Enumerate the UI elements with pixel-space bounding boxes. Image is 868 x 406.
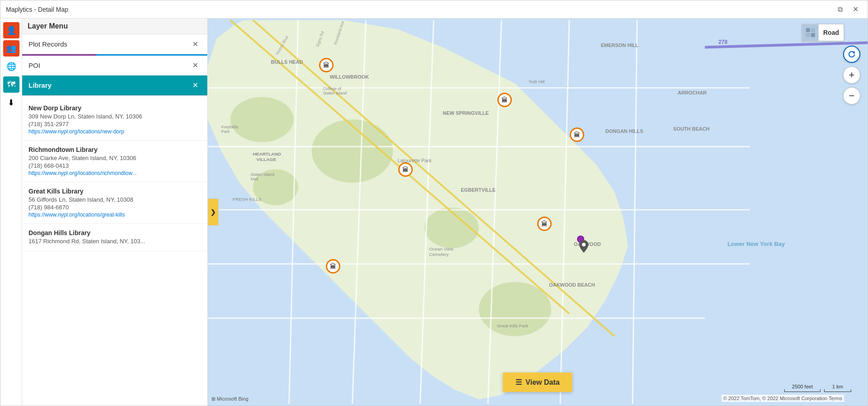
pin-icon (579, 240, 588, 253)
svg-text:FRESH KILLS: FRESH KILLS (233, 197, 262, 202)
poi-label: POI (29, 61, 40, 69)
svg-text:Mall: Mall (251, 177, 258, 181)
list-item: Great Kills Library 56 Giffords Ln, Stat… (22, 182, 207, 224)
svg-text:WILLOWBROOK: WILLOWBROOK (330, 74, 369, 80)
svg-text:DONGAN HILLS: DONGAN HILLS (606, 128, 643, 134)
list-item: Richmondtown Library 200 Clarke Ave, Sta… (22, 141, 207, 182)
svg-text:HEARTLAND: HEARTLAND (253, 151, 281, 156)
svg-text:EGBERTVILLE: EGBERTVILLE (461, 187, 496, 193)
scale-1km: 1 km (824, 384, 851, 392)
library-item-url[interactable]: https://www.nypl.org/locations/great-kil… (29, 212, 201, 218)
svg-text:278: 278 (718, 39, 727, 45)
scale-line-ft (784, 389, 820, 392)
bing-logo-text: Microsoft Bing (217, 396, 248, 401)
library-item-name: Great Kills Library (29, 188, 201, 195)
svg-text:College of: College of (323, 86, 342, 91)
poi-row: POI ✕ (22, 56, 207, 76)
list-item: New Dorp Library 309 New Dorp Ln, Staten… (22, 99, 207, 141)
svg-point-2 (230, 97, 294, 142)
icon-rail: 👤 👥 🌐 🗺 ⬇ (0, 19, 22, 406)
restore-button[interactable]: ⧉ (833, 3, 847, 16)
svg-text:Cemetery: Cemetery (429, 252, 448, 257)
plot-records-row: Plot Records ✕ (22, 34, 207, 54)
map-scale: 2500 feet 1 km (784, 384, 851, 393)
library-item-name: New Dorp Library (29, 104, 201, 112)
svg-text:Great Kills Park: Great Kills Park (497, 323, 528, 328)
main-content: 👤 👥 🌐 🗺 ⬇ Layer Menu Plot Records ✕ POI … (0, 19, 868, 406)
library-item-phone: (718) 668-0413 (29, 162, 201, 169)
map-type-icon (802, 24, 819, 41)
svg-text:OAKWOOD BEACH: OAKWOOD BEACH (549, 282, 595, 288)
poi-marker-3[interactable]: 🏛 (497, 93, 512, 107)
svg-text:SOUTH BEACH: SOUTH BEACH (673, 126, 710, 132)
library-item-url[interactable]: https://www.nypl.org/locations/richmondt… (29, 170, 201, 176)
map-svg: 278 BULLS HEAD WILLOWBROOK EMERSON HILL … (208, 19, 868, 406)
view-data-button[interactable]: ☰ View Data (503, 373, 572, 392)
svg-text:EMERSON HILL: EMERSON HILL (601, 43, 639, 48)
library-item-address: 200 Clarke Ave, Staten Island, NY, 10306 (29, 155, 201, 161)
svg-text:Freshkills: Freshkills (221, 125, 238, 129)
poi-marker-4[interactable]: 🏛 (570, 127, 584, 142)
svg-text:Lower New York Bay: Lower New York Bay (727, 241, 785, 247)
sidebar-icon-download[interactable]: ⬇ (3, 94, 19, 111)
sidebar-icon-map[interactable]: 🗺 (3, 76, 19, 93)
poi-marker-1[interactable]: 🏛 (319, 58, 334, 72)
library-close-button[interactable]: ✕ (190, 80, 201, 90)
poi-close-button[interactable]: ✕ (190, 60, 201, 71)
poi-marker-5[interactable]: 🏛 (537, 217, 552, 231)
side-panel: Layer Menu Plot Records ✕ POI ✕ Library … (22, 19, 208, 406)
view-data-label: View Data (525, 378, 559, 387)
svg-rect-53 (811, 33, 815, 37)
svg-rect-51 (811, 28, 815, 32)
sidebar-icon-group[interactable]: 👥 (3, 40, 19, 57)
svg-text:ARROCHAR: ARROCHAR (678, 90, 707, 95)
library-title: Library (29, 81, 52, 89)
svg-text:Park: Park (221, 129, 230, 134)
bing-logo: ⊞ Microsoft Bing (211, 396, 248, 402)
library-item-address: 309 New Dorp Ln, Staten Island, NY, 1030… (29, 113, 201, 120)
svg-rect-52 (806, 33, 810, 37)
panel-expand-button[interactable]: ❯ (208, 198, 219, 226)
svg-text:Ocean View: Ocean View (429, 246, 453, 251)
library-list: New Dorp Library 309 New Dorp Ln, Staten… (22, 95, 207, 406)
zoom-in-button[interactable]: + (843, 66, 860, 84)
zoom-out-button[interactable]: − (843, 87, 860, 104)
svg-text:Todt Hill: Todt Hill (529, 79, 544, 84)
map-container[interactable]: 278 BULLS HEAD WILLOWBROOK EMERSON HILL … (208, 19, 868, 406)
map-refresh-button[interactable] (843, 46, 860, 63)
bing-logo-icon: ⊞ (211, 396, 215, 401)
map-pin (579, 240, 588, 255)
library-item-phone: (718) 984-6670 (29, 204, 201, 211)
svg-text:Staten Island: Staten Island (323, 91, 347, 95)
refresh-icon (847, 49, 857, 59)
app-title: Maplytics - Detail Map (6, 6, 68, 13)
sidebar-icon-person[interactable]: 👤 (3, 22, 19, 38)
title-bar-left: Maplytics - Detail Map (6, 6, 68, 13)
library-item-address: 1617 Richmond Rd, Staten Island, NY, 103… (29, 238, 201, 245)
svg-text:NEW SPRINGVILLE: NEW SPRINGVILLE (443, 110, 489, 116)
svg-text:BULLS HEAD: BULLS HEAD (271, 59, 303, 65)
library-item-address: 56 Giffords Ln, Staten Island, NY, 10308 (29, 196, 201, 203)
map-controls: + − (843, 46, 860, 104)
svg-text:VILLAGE: VILLAGE (257, 157, 277, 162)
app-window: Maplytics - Detail Map ⧉ ✕ 👤 👥 🌐 🗺 ⬇ Lay… (0, 0, 868, 406)
plot-records-close-button[interactable]: ✕ (190, 39, 201, 49)
scale-bar: 2500 feet 1 km (784, 384, 851, 392)
library-item-name: Dongan Hills Library (29, 229, 201, 236)
svg-text:Staten Island: Staten Island (251, 172, 274, 177)
library-item-url[interactable]: https://www.nypl.org/locations/new-dorp (29, 128, 201, 135)
poi-marker-2[interactable]: 🏛 (398, 162, 413, 177)
svg-point-54 (582, 243, 586, 246)
list-item: Dongan Hills Library 1617 Richmond Rd, S… (22, 224, 207, 251)
library-item-name: Richmondtown Library (29, 146, 201, 153)
title-bar-controls: ⧉ ✕ (833, 3, 862, 16)
plot-records-label: Plot Records (29, 40, 67, 48)
view-data-icon: ☰ (515, 378, 522, 387)
close-button[interactable]: ✕ (849, 3, 862, 16)
layer-menu-header: Layer Menu (22, 19, 207, 34)
map-attribution: © 2022 TomTom, © 2022 Microsoft Corporat… (721, 395, 844, 402)
scale-2500ft: 2500 feet (784, 384, 820, 392)
poi-marker-6[interactable]: 🏛 (326, 259, 340, 274)
sidebar-icon-globe[interactable]: 🌐 (3, 58, 19, 75)
map-type-control[interactable]: Road (802, 24, 844, 41)
